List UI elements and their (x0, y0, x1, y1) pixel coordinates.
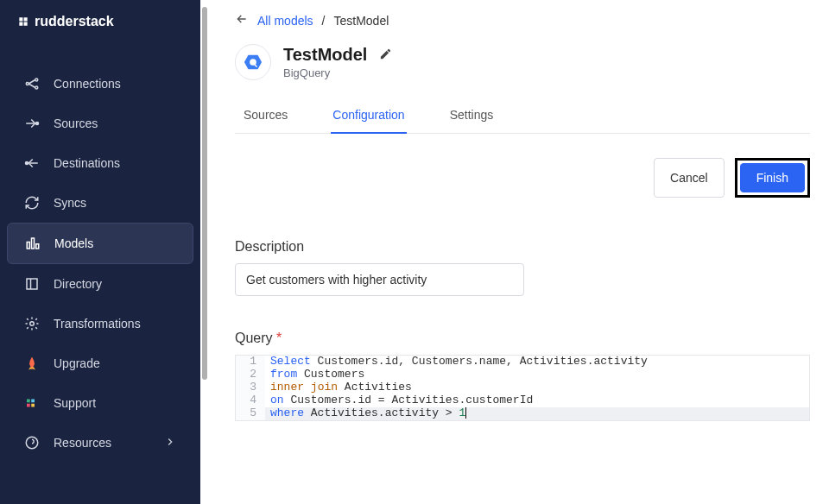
brand: rudderstack (0, 14, 200, 64)
breadcrumb: All models / TestModel (235, 12, 810, 28)
svg-rect-9 (27, 400, 30, 403)
back-icon[interactable] (235, 12, 249, 28)
directory-icon (24, 276, 40, 292)
code-line[interactable]: 1Select Customers.id, Customers.name, Ac… (236, 356, 809, 369)
resources-icon (24, 435, 40, 450)
tab-sources[interactable]: Sources (242, 101, 289, 134)
sidebar-item-connections[interactable]: Connections (7, 64, 193, 104)
query-label: Query * (235, 331, 810, 346)
code-text[interactable]: Select Customers.id, Customers.name, Act… (265, 356, 809, 369)
sidebar-item-directory[interactable]: Directory (7, 264, 193, 304)
sidebar-item-label: Connections (54, 77, 121, 91)
sidebar-item-syncs[interactable]: Syncs (7, 183, 193, 223)
sidebar-item-upgrade[interactable]: Upgrade (7, 343, 193, 383)
action-bar: Cancel Finish (235, 158, 810, 198)
code-text[interactable]: from Customers (265, 369, 809, 381)
sidebar-item-resources[interactable]: Resources (7, 423, 193, 463)
tabs: SourcesConfigurationSettings (235, 101, 810, 134)
code-line[interactable]: 4on Customers.id = Activities.customerId (236, 394, 809, 407)
page-title: TestModel (283, 45, 367, 65)
svg-point-4 (26, 162, 28, 165)
sidebar-item-transformations[interactable]: Transformations (7, 304, 193, 343)
breadcrumb-root[interactable]: All models (257, 14, 313, 28)
svg-rect-10 (27, 404, 30, 407)
connections-icon (24, 76, 40, 91)
sidebar-item-sources[interactable]: Sources (7, 104, 193, 143)
line-number: 5 (236, 407, 265, 420)
sidebar-item-label: Support (54, 396, 96, 410)
source-icon-wrap (235, 44, 271, 80)
sidebar-item-label: Upgrade (54, 356, 100, 370)
destinations-icon (24, 155, 40, 171)
query-label-text: Query (235, 331, 273, 345)
sources-icon (24, 116, 40, 131)
svg-point-13 (26, 437, 38, 449)
tab-configuration[interactable]: Configuration (331, 101, 406, 134)
sidebar-item-label: Sources (54, 117, 98, 130)
code-text[interactable]: inner join Activities (265, 381, 809, 394)
line-number: 2 (236, 369, 265, 381)
line-number: 4 (236, 394, 265, 407)
support-icon (24, 395, 40, 411)
cancel-button[interactable]: Cancel (654, 158, 725, 198)
svg-rect-11 (31, 400, 35, 403)
svg-point-2 (35, 86, 38, 89)
scrollbar[interactable] (200, 0, 207, 504)
sidebar-item-label: Destinations (54, 156, 120, 170)
transformations-icon (24, 316, 40, 331)
brand-text: rudderstack (35, 14, 114, 29)
line-number: 3 (236, 381, 265, 394)
syncs-icon (24, 195, 40, 211)
nav-list: ConnectionsSourcesDestinationsSyncsModel… (0, 64, 200, 463)
svg-point-15 (250, 59, 256, 66)
svg-point-1 (35, 79, 38, 81)
tab-settings[interactable]: Settings (448, 101, 496, 134)
finish-button[interactable]: Finish (740, 163, 805, 192)
breadcrumb-separator: / (322, 14, 326, 28)
sidebar-item-label: Syncs (54, 196, 86, 210)
svg-rect-6 (32, 238, 35, 249)
svg-point-0 (26, 83, 28, 85)
text-cursor (465, 407, 466, 419)
sidebar-item-models[interactable]: Models (7, 223, 193, 264)
code-line[interactable]: 3inner join Activities (236, 381, 809, 394)
description-label: Description (235, 239, 810, 255)
sidebar-item-destinations[interactable]: Destinations (7, 143, 193, 183)
edit-icon[interactable] (379, 45, 392, 65)
code-line[interactable]: 5where Activities.activity > 1 (236, 407, 809, 420)
page-subtitle: BigQuery (283, 66, 392, 79)
breadcrumb-current: TestModel (333, 14, 389, 28)
page-title-row: TestModel (283, 45, 392, 65)
svg-rect-12 (31, 404, 35, 407)
sidebar-item-label: Models (54, 236, 93, 250)
brand-icon (17, 16, 29, 28)
sidebar-item-label: Directory (54, 277, 102, 291)
main-content: All models / TestModel TestModel BigQuer… (200, 0, 829, 504)
sidebar-item-label: Transformations (54, 317, 141, 331)
sidebar-item-label: Resources (54, 436, 111, 450)
code-line[interactable]: 2from Customers (236, 369, 809, 381)
query-editor[interactable]: 1Select Customers.id, Customers.name, Ac… (235, 355, 810, 421)
upgrade-icon (24, 356, 40, 371)
svg-point-3 (36, 123, 39, 125)
svg-rect-7 (36, 244, 39, 249)
page-header: TestModel BigQuery (235, 44, 810, 80)
svg-point-8 (30, 322, 35, 326)
bigquery-icon (244, 53, 263, 72)
code-text[interactable]: where Activities.activity > 1 (265, 407, 809, 420)
models-icon (25, 236, 41, 251)
chevron-right-icon (164, 436, 176, 450)
svg-rect-5 (27, 243, 29, 249)
sidebar: rudderstack ConnectionsSourcesDestinatio… (0, 0, 200, 504)
description-input[interactable] (235, 263, 524, 296)
line-number: 1 (236, 356, 265, 369)
code-text[interactable]: on Customers.id = Activities.customerId (265, 394, 809, 407)
scrollbar-thumb[interactable] (202, 7, 207, 380)
required-marker: * (276, 331, 282, 345)
finish-highlight: Finish (735, 158, 810, 198)
sidebar-item-support[interactable]: Support (7, 383, 193, 423)
